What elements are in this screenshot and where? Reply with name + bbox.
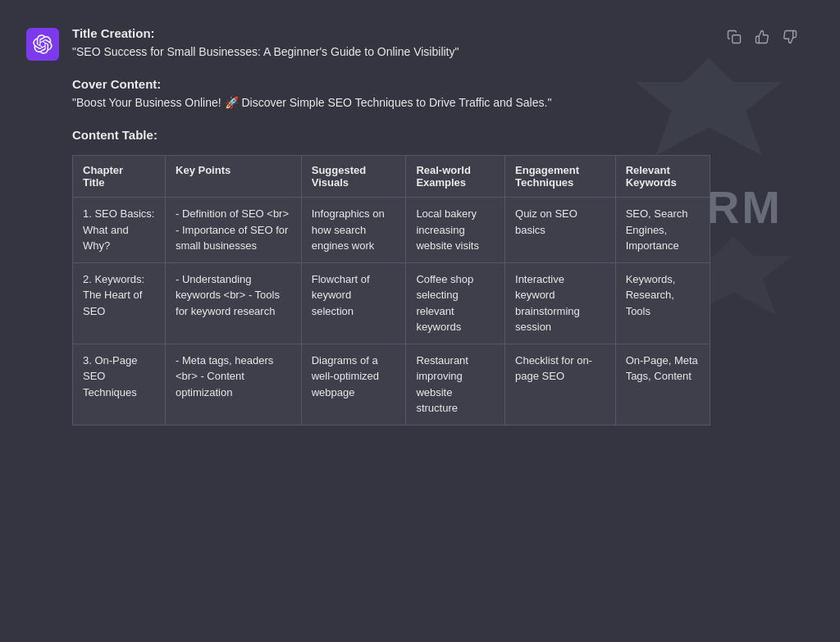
col-keywords: RelevantKeywords bbox=[615, 156, 710, 198]
row3-engagement: Checklist for on-page SEO bbox=[505, 344, 616, 425]
table-row: 3. On-Page SEO Techniques - Meta tags, h… bbox=[73, 344, 710, 425]
col-chapter-title: ChapterTitle bbox=[73, 156, 166, 198]
col-engagement: EngagementTechniques bbox=[505, 156, 616, 198]
content-table-label: Content Table: bbox=[72, 128, 710, 142]
row1-keypoints: - Definition of SEO <br> - Importance of… bbox=[166, 198, 302, 263]
copy-button[interactable] bbox=[724, 26, 745, 48]
cover-content-text: "Boost Your Business Online! 🚀 Discover … bbox=[72, 94, 710, 112]
row3-keypoints: - Meta tags, headers <br> - Content opti… bbox=[166, 344, 302, 425]
title-creation-text: "SEO Success for Small Businesses: A Beg… bbox=[72, 43, 710, 61]
svg-rect-2 bbox=[733, 35, 741, 43]
row3-examples: Restaurant improving website structure bbox=[406, 344, 505, 425]
row1-visuals: Infographics on how search engines work bbox=[301, 198, 406, 263]
row1-engagement: Quiz on SEO basics bbox=[505, 198, 616, 263]
message-content: Title Creation: "SEO Success for Small B… bbox=[72, 26, 710, 426]
row2-examples: Coffee shop selecting relevant keywords bbox=[406, 262, 505, 344]
row2-engagement: Interactive keyword brainstorming sessio… bbox=[505, 262, 616, 344]
avatar bbox=[26, 28, 59, 61]
row2-visuals: Flowchart of keyword selection bbox=[301, 262, 406, 344]
row3-chapter: 3. On-Page SEO Techniques bbox=[73, 344, 166, 425]
thumbdown-button[interactable] bbox=[779, 26, 801, 48]
col-real-world: Real-worldExamples bbox=[406, 156, 505, 198]
table-row: 2. Keywords: The Heart of SEO - Understa… bbox=[73, 262, 710, 344]
action-icons bbox=[724, 26, 801, 48]
title-creation-label: Title Creation: bbox=[72, 26, 710, 40]
message-header: Title Creation: "SEO Success for Small B… bbox=[26, 26, 801, 426]
row1-chapter: 1. SEO Basics: What and Why? bbox=[73, 198, 166, 263]
thumbup-button[interactable] bbox=[751, 26, 773, 48]
col-key-points: Key Points bbox=[166, 156, 302, 198]
cover-content-label: Cover Content: bbox=[72, 77, 710, 91]
row1-keywords: SEO, Search Engines, Importance bbox=[615, 198, 710, 263]
row2-chapter: 2. Keywords: The Heart of SEO bbox=[73, 262, 166, 344]
row1-examples: Local bakery increasing website visits bbox=[406, 198, 505, 263]
row3-keywords: On-Page, Meta Tags, Content bbox=[615, 344, 710, 425]
row2-keywords: Keywords, Research, Tools bbox=[615, 262, 710, 344]
content-table: ChapterTitle Key Points SuggestedVisuals… bbox=[72, 155, 710, 426]
row2-keypoints: - Understanding keywords <br> - Tools fo… bbox=[166, 262, 302, 344]
col-suggested-visuals: SuggestedVisuals bbox=[301, 156, 406, 198]
table-row: 1. SEO Basics: What and Why? - Definitio… bbox=[73, 198, 710, 263]
table-header-row: ChapterTitle Key Points SuggestedVisuals… bbox=[73, 156, 710, 198]
row3-visuals: Diagrams of a well-optimized webpage bbox=[301, 344, 406, 425]
